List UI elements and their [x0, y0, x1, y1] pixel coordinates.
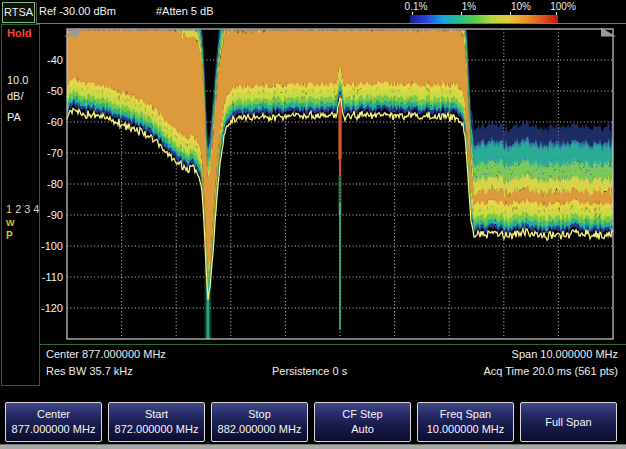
- y-axis-label: -70: [47, 147, 63, 159]
- softkey-stop[interactable]: Stop882.000000 MHz: [211, 402, 308, 442]
- softkey-label: Center: [37, 407, 70, 422]
- annotation-acq-time[interactable]: Acq Time 20.0 ms (561 pts): [484, 365, 619, 377]
- softkey-label: Stop: [248, 407, 271, 422]
- y-axis-label: -110: [42, 271, 63, 283]
- y-axis-label: -90: [47, 209, 63, 221]
- softkey-label: Full Span: [545, 415, 591, 430]
- y-axis-label: -100: [41, 240, 63, 252]
- annotation-span[interactable]: Span 10.000000 MHz: [512, 348, 618, 360]
- y-axis-labels: -40-50-60-70-80-90-100-110-120: [41, 54, 63, 314]
- softkey-value: 877.000000 MHz: [12, 422, 96, 437]
- softkey-start[interactable]: Start872.000000 MHz: [108, 402, 205, 442]
- softkey-value: 10.000000 MHz: [427, 422, 505, 437]
- annotation-res-bw[interactable]: Res BW 35.7 kHz: [46, 365, 133, 377]
- softkey-freq-span[interactable]: Freq Span10.000000 MHz: [417, 402, 514, 442]
- softkey-label: Freq Span: [440, 407, 491, 422]
- bottom-bezel-strip: [0, 444, 626, 449]
- annotation-persistence[interactable]: Persistence 0 s: [272, 365, 347, 377]
- y-axis-label: -60: [47, 116, 63, 128]
- softkey-value: Auto: [351, 422, 374, 437]
- annotation-center-freq[interactable]: Center 877.000000 MHz: [46, 348, 166, 360]
- rtsa-screen: RTSA Ref -30.00 dBm #Atten 5 dB 0.1% 1% …: [0, 0, 626, 449]
- softkey-label: CF Step: [342, 407, 382, 422]
- annotation-panel: Center 877.000000 MHz Span 10.000000 MHz…: [40, 344, 626, 387]
- y-axis-label: -120: [41, 302, 63, 314]
- y-axis-label: -40: [47, 54, 63, 66]
- y-axis-label: -80: [47, 178, 63, 190]
- softkey-center[interactable]: Center877.000000 MHz: [5, 402, 102, 442]
- softkey-full-span[interactable]: Full Span: [520, 402, 617, 442]
- y-axis-label: -50: [47, 85, 63, 97]
- softkey-value: 872.000000 MHz: [115, 422, 199, 437]
- softkey-label: Start: [145, 407, 168, 422]
- softkey-cf-step[interactable]: CF StepAuto: [314, 402, 411, 442]
- softkey-value: 882.000000 MHz: [218, 422, 302, 437]
